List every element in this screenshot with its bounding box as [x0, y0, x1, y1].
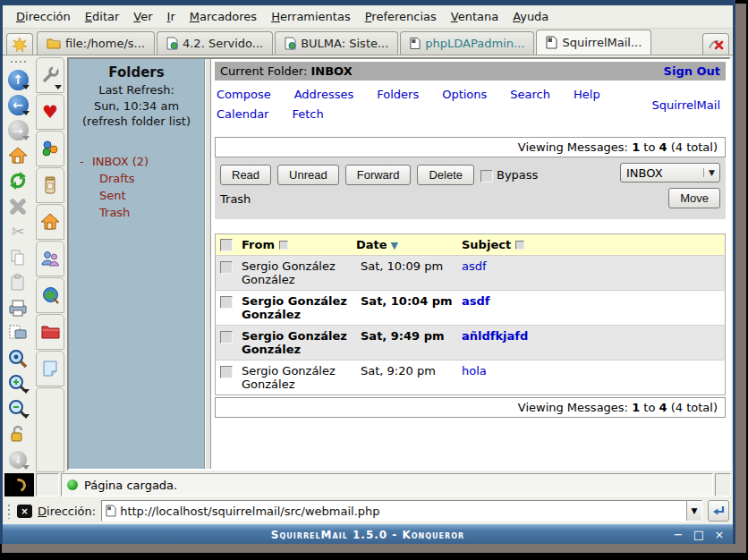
- stop-button[interactable]: [4, 194, 31, 219]
- forward-button-mail[interactable]: Forward: [345, 165, 412, 185]
- menu-preferencias[interactable]: Preferencias: [359, 7, 443, 26]
- security-button[interactable]: [4, 421, 31, 446]
- unread-button[interactable]: Unread: [277, 165, 339, 185]
- subject-header[interactable]: Subject: [462, 238, 511, 251]
- status-spacer-box: [36, 473, 59, 496]
- folders-link[interactable]: Folders: [377, 88, 419, 101]
- location-combobox[interactable]: http://localhost/squirrelmail/src/webmai…: [101, 500, 702, 522]
- message-checkbox[interactable]: [220, 261, 233, 274]
- reload-button[interactable]: [4, 168, 31, 193]
- help-link[interactable]: Help: [574, 88, 600, 101]
- print-preview-button[interactable]: [4, 320, 31, 345]
- print-button[interactable]: [4, 295, 31, 320]
- scroll-down-button[interactable]: ↓: [4, 447, 31, 472]
- cut-button[interactable]: ✂: [4, 219, 31, 244]
- network-panel-button[interactable]: [36, 277, 64, 313]
- tab-bulma[interactable]: BULMA: Siste...: [275, 31, 398, 55]
- calendar-link[interactable]: Calendar: [217, 107, 268, 121]
- menu-marcadores[interactable]: Marcadores: [183, 7, 263, 26]
- copy-button[interactable]: [4, 244, 31, 269]
- message-subject-link[interactable]: asdf: [462, 294, 489, 308]
- status-bar: Página cargada.: [3, 472, 733, 497]
- find-button[interactable]: [4, 345, 31, 370]
- message-checkbox[interactable]: [220, 296, 233, 309]
- bookmarks-panel-button[interactable]: ♥: [36, 94, 64, 130]
- security-padlock-icon: [9, 425, 27, 444]
- services-panel-button[interactable]: [36, 131, 64, 166]
- squirrelmail-brand-link[interactable]: SquirrelMail: [651, 98, 720, 112]
- date-sort-desc-icon[interactable]: ▼: [391, 240, 398, 251]
- folder-sent[interactable]: Sent: [72, 187, 200, 204]
- tab-file-home[interactable]: file:/home/s...: [37, 31, 155, 55]
- message-from: Sergio González González: [237, 291, 352, 326]
- compose-link[interactable]: Compose: [217, 88, 271, 101]
- configure-panel-button[interactable]: [36, 57, 64, 93]
- folder-trash[interactable]: Trash: [72, 204, 200, 221]
- menu-ventana[interactable]: Ventana: [445, 7, 505, 26]
- services-shapes-icon: [41, 140, 59, 157]
- home-folder-panel-button[interactable]: [36, 204, 64, 240]
- close-button[interactable]: ×: [713, 528, 726, 541]
- folder-select[interactable]: INBOX ▼: [620, 163, 720, 182]
- back-button[interactable]: ←: [4, 92, 31, 117]
- date-header[interactable]: Date: [356, 238, 387, 251]
- message-subject-link[interactable]: asdf: [462, 259, 487, 273]
- folder-drafts[interactable]: Drafts: [72, 170, 200, 187]
- menu-herramientas[interactable]: Herramientas: [265, 7, 357, 26]
- search-link[interactable]: Search: [510, 88, 550, 101]
- zoom-in-button[interactable]: [4, 371, 31, 396]
- menu-ir[interactable]: Ir: [161, 7, 182, 26]
- url-text[interactable]: http://localhost/squirrelmail/src/webmai…: [116, 505, 686, 518]
- message-checkbox[interactable]: [220, 331, 233, 344]
- paste-button[interactable]: [4, 269, 31, 294]
- notes-panel-button[interactable]: [36, 351, 64, 386]
- options-link[interactable]: Options: [442, 88, 487, 101]
- location-dropdown-icon[interactable]: ▼: [686, 501, 701, 521]
- fetch-link[interactable]: Fetch: [292, 107, 323, 121]
- panel-splitter[interactable]: [205, 59, 211, 469]
- folder-inbox-label[interactable]: INBOX: [92, 155, 129, 168]
- sign-out-link[interactable]: Sign Out: [664, 64, 720, 78]
- menu-ver[interactable]: Ver: [127, 7, 158, 26]
- go-button[interactable]: [708, 500, 729, 522]
- zoom-out-button[interactable]: [4, 396, 31, 421]
- menu-ayuda[interactable]: Ayuda: [506, 7, 555, 26]
- forward-dropdown-icon: [22, 136, 30, 140]
- refresh-folder-list-link[interactable]: (refresh folder list): [72, 114, 200, 130]
- root-folder-panel-button[interactable]: [36, 314, 64, 350]
- move-button[interactable]: Move: [668, 188, 720, 208]
- from-sort-icon[interactable]: [279, 241, 288, 250]
- home-button[interactable]: [4, 143, 31, 168]
- forward-button[interactable]: →: [4, 118, 31, 143]
- bypass-trash-checkbox[interactable]: [480, 170, 493, 182]
- subject-sort-icon[interactable]: [515, 241, 524, 250]
- folder-inbox[interactable]: -INBOX (2): [72, 153, 200, 170]
- read-button[interactable]: Read: [220, 165, 271, 185]
- from-header[interactable]: From: [242, 238, 275, 251]
- tab-phpldapadmin[interactable]: phpLDAPadmin...: [400, 31, 534, 55]
- collapse-toggle[interactable]: -: [80, 155, 92, 168]
- toolbar-handle[interactable]: [9, 59, 27, 64]
- tab-servidor-doc[interactable]: 4.2. Servido...: [157, 31, 273, 55]
- message-subject-link[interactable]: hola: [462, 364, 487, 378]
- tab-squirrelmail[interactable]: SquirrelMail...: [536, 30, 651, 55]
- new-tab-button[interactable]: [6, 33, 33, 55]
- current-folder-bar: Current Folder: INBOX Sign Out: [215, 62, 726, 81]
- address-toolbar-handle[interactable]: [6, 503, 12, 519]
- menu-direccion[interactable]: Dirección: [10, 7, 77, 26]
- select-all-checkbox[interactable]: [220, 239, 233, 251]
- close-tab-button[interactable]: [702, 33, 729, 55]
- delete-button[interactable]: Delete: [417, 165, 474, 185]
- history-panel-button[interactable]: [36, 167, 64, 203]
- minimize-button[interactable]: −: [672, 528, 684, 541]
- message-subject-link[interactable]: añldfkjafd: [462, 329, 528, 343]
- up-button[interactable]: ↑: [4, 67, 31, 92]
- users-panel-button[interactable]: [36, 241, 64, 276]
- maximize-button[interactable]: □: [693, 528, 705, 541]
- message-checkbox[interactable]: [220, 366, 233, 378]
- window-titlebar[interactable]: SquirrelMail 1.5.0 - Konqueror − □ ×: [3, 524, 733, 544]
- addresses-link[interactable]: Addresses: [294, 88, 354, 101]
- resize-grip[interactable]: [715, 473, 731, 496]
- clear-location-icon[interactable]: ×: [17, 505, 32, 518]
- menu-editar[interactable]: Editar: [79, 7, 126, 26]
